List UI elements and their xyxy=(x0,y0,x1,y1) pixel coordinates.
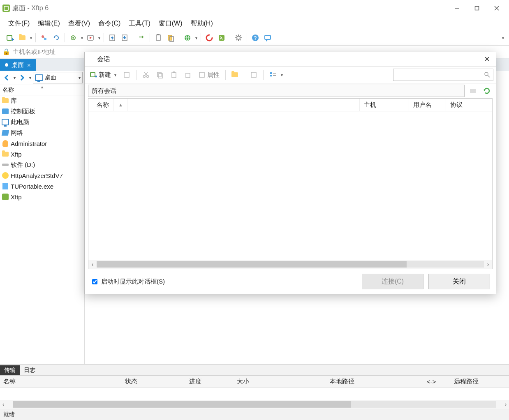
dialog-close-icon[interactable]: ✕ xyxy=(481,55,493,64)
new-folder-icon[interactable] xyxy=(229,69,241,81)
new-session-button[interactable]: 新建 ▾ xyxy=(87,69,119,81)
paste-icon[interactable] xyxy=(165,32,176,44)
folder-up-icon[interactable] xyxy=(467,85,479,97)
tree-item[interactable]: Xftp xyxy=(0,149,84,159)
help-icon[interactable]: ? xyxy=(250,32,261,44)
svg-line-31 xyxy=(236,39,237,40)
session-list-body[interactable] xyxy=(88,111,492,260)
disconnect-icon[interactable] xyxy=(38,32,50,44)
session-path[interactable]: 所有会话 xyxy=(88,85,465,97)
local-file-tree: 库控制面板此电脑网络AdministratorXftp软件 (D:)HttpAn… xyxy=(0,95,84,364)
minimize-button[interactable] xyxy=(447,0,467,16)
menu-edit[interactable]: 编辑(E) xyxy=(34,18,64,30)
col-proto[interactable]: 协议 xyxy=(446,99,492,111)
tree-item[interactable]: 网络 xyxy=(0,127,84,138)
svg-rect-57 xyxy=(470,89,476,93)
copy-icon[interactable] xyxy=(154,69,166,81)
maximize-button[interactable] xyxy=(467,0,487,16)
tree-item[interactable]: 软件 (D:) xyxy=(0,159,84,170)
swirl-icon[interactable] xyxy=(204,32,215,44)
cut-icon[interactable] xyxy=(140,69,152,81)
svg-rect-44 xyxy=(159,74,162,78)
open-folder-icon[interactable] xyxy=(16,32,28,44)
file-icon xyxy=(2,97,9,104)
item-label: Administrator xyxy=(11,140,47,147)
col-name[interactable]: 名称 ▲ xyxy=(88,99,360,111)
dialog-toolbar: 新建 ▾ 属性 ▾ xyxy=(85,66,496,83)
col-size[interactable]: 大小 xyxy=(234,378,326,385)
back-button[interactable] xyxy=(2,73,12,83)
open-folder-dropdown[interactable]: ▾ xyxy=(29,36,33,40)
svg-point-23 xyxy=(237,36,240,39)
menu-help[interactable]: 帮助(H) xyxy=(187,18,217,30)
play-dropdown[interactable]: ▾ xyxy=(97,36,101,40)
file-icon xyxy=(2,193,9,201)
col-status[interactable]: 状态 xyxy=(122,378,186,385)
view-mode-icon[interactable]: ▾ xyxy=(267,69,285,81)
settings-dropdown[interactable]: ▾ xyxy=(80,36,84,40)
tree-item[interactable]: 此电脑 xyxy=(0,117,84,127)
location-text: 桌面 xyxy=(45,74,56,81)
tree-item[interactable]: Administrator xyxy=(0,138,84,149)
transfer-hscroll[interactable]: ‹ › xyxy=(0,400,509,409)
new-session-icon[interactable] xyxy=(4,32,16,44)
col-local[interactable]: 本地路径 xyxy=(326,378,423,385)
col-name[interactable]: 名称 xyxy=(0,378,122,385)
tree-item[interactable]: Xftp xyxy=(0,192,84,202)
session-hscroll[interactable]: ‹› xyxy=(88,260,492,269)
local-column-header[interactable]: 名称 ▲ xyxy=(0,85,84,95)
xshell-icon[interactable] xyxy=(216,32,227,44)
upload-icon[interactable] xyxy=(106,32,118,44)
feedback-icon[interactable] xyxy=(262,32,273,44)
paste-icon[interactable] xyxy=(168,69,180,81)
col-host[interactable]: 主机 xyxy=(360,99,409,111)
checkbox-input[interactable] xyxy=(92,279,97,284)
col-remote[interactable]: 远程路径 xyxy=(451,378,482,385)
location-box[interactable]: 桌面 ▾ xyxy=(33,72,83,83)
back-dropdown[interactable]: ▾ xyxy=(12,76,16,80)
col-progress[interactable]: 进度 xyxy=(186,378,234,385)
transfer-icon[interactable] xyxy=(136,32,147,44)
col-user[interactable]: 用户名 xyxy=(409,99,446,111)
tab-close-icon[interactable]: × xyxy=(27,62,31,69)
tab-log[interactable]: 日志 xyxy=(20,365,39,375)
tree-item[interactable]: 库 xyxy=(0,95,84,106)
globe-icon[interactable] xyxy=(182,32,193,44)
play-icon[interactable] xyxy=(85,32,96,44)
gear-icon[interactable] xyxy=(233,32,244,44)
properties-button[interactable]: 属性 xyxy=(196,69,222,81)
close-button[interactable] xyxy=(487,0,507,16)
delete-icon[interactable] xyxy=(120,69,133,81)
download-icon[interactable] xyxy=(119,32,130,44)
import-icon[interactable] xyxy=(248,69,260,81)
menu-window[interactable]: 窗口(W) xyxy=(155,18,187,30)
connect-button[interactable]: 连接(C) xyxy=(362,274,423,289)
forward-button[interactable] xyxy=(17,73,27,83)
tree-item[interactable]: 控制面板 xyxy=(0,106,84,117)
refresh-icon[interactable] xyxy=(481,85,493,97)
tree-item[interactable]: HttpAnalyzerStdV7 xyxy=(0,170,84,181)
tab-desktop[interactable]: 桌面 × xyxy=(0,59,36,71)
globe-dropdown[interactable]: ▾ xyxy=(194,36,198,40)
show-on-startup-checkbox[interactable]: 启动时显示此对话框(S) xyxy=(90,278,165,286)
tree-item[interactable]: TUPortable.exe xyxy=(0,181,84,192)
svg-rect-15 xyxy=(156,35,160,40)
delete2-icon[interactable] xyxy=(182,69,194,81)
menu-view[interactable]: 查看(V) xyxy=(64,18,94,30)
menu-command[interactable]: 命令(C) xyxy=(94,18,125,30)
menu-tools[interactable]: 工具(T) xyxy=(125,18,154,30)
search-input[interactable] xyxy=(396,71,484,78)
menu-file[interactable]: 文件(F) xyxy=(4,18,34,30)
reconnect-icon[interactable] xyxy=(51,32,62,44)
svg-rect-45 xyxy=(172,72,176,78)
app-window: 桌面 - Xftp 6 文件(F) 编辑(E) 查看(V) 命令(C) 工具(T… xyxy=(0,0,509,420)
close-button[interactable]: 关闭 xyxy=(428,274,490,289)
svg-rect-43 xyxy=(157,72,161,77)
forward-dropdown[interactable]: ▾ xyxy=(28,76,32,80)
settings-icon[interactable] xyxy=(67,32,79,44)
copy-icon[interactable] xyxy=(153,32,164,44)
col-direction[interactable]: <-> xyxy=(423,378,451,385)
tab-transfer[interactable]: 传输 xyxy=(0,365,20,375)
toolbar-overflow[interactable]: ▾ xyxy=(501,36,505,40)
dialog-search[interactable] xyxy=(393,69,493,81)
